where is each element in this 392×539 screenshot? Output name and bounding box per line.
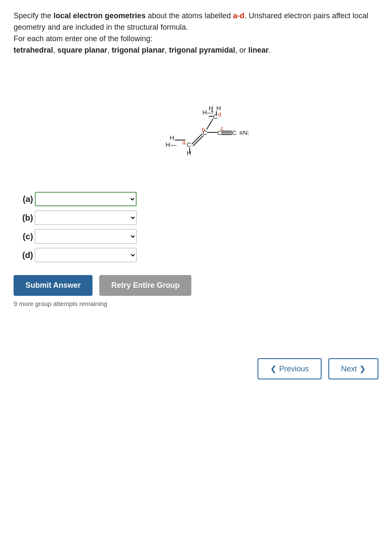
dropdowns-section: (a) tetrahedral square planar trigonal p… <box>14 192 378 262</box>
dropdown-row-d: (d) tetrahedral square planar trigonal p… <box>14 248 378 262</box>
previous-label: Previous <box>279 365 309 373</box>
select-a[interactable]: tetrahedral square planar trigonal plana… <box>35 192 137 206</box>
svg-text:H: H <box>209 104 213 112</box>
label-c: (c) <box>14 232 33 241</box>
svg-text:C: C <box>213 113 218 120</box>
svg-text:C: C <box>187 141 191 148</box>
dropdown-row-b: (b) tetrahedral square planar trigonal p… <box>14 211 378 225</box>
svg-line-7 <box>192 134 202 144</box>
svg-text:H: H <box>170 134 174 141</box>
next-label: Next <box>341 365 357 373</box>
svg-text:≡N:: ≡N: <box>239 129 249 136</box>
next-button[interactable]: Next <box>328 358 378 379</box>
dropdown-row-c: (c) tetrahedral square planar trigonal p… <box>14 229 378 244</box>
svg-text:c: c <box>221 125 224 132</box>
select-c[interactable]: tetrahedral square planar trigonal plana… <box>35 229 137 244</box>
navigation-buttons: Previous Next <box>14 358 378 388</box>
svg-text:H—: H— <box>165 141 176 148</box>
label-a: (a) <box>14 194 33 204</box>
attempts-remaining: 9 more group attempts remaining <box>14 300 378 307</box>
label-b: (b) <box>14 213 33 223</box>
svg-text:H: H <box>216 104 221 112</box>
submit-button[interactable]: Submit Answer <box>14 275 92 296</box>
svg-line-8 <box>193 135 204 146</box>
select-b[interactable]: tetrahedral square planar trigonal plana… <box>35 211 137 225</box>
chevron-right-icon <box>359 364 366 373</box>
svg-text:b: b <box>202 126 205 133</box>
retry-button[interactable]: Retry Entire Group <box>99 275 191 296</box>
svg-text:a: a <box>182 139 186 146</box>
dropdown-row-a: (a) tetrahedral square planar trigonal p… <box>14 192 378 206</box>
buttons-row: Submit Answer Retry Entire Group <box>14 275 378 296</box>
previous-button[interactable]: Previous <box>258 358 322 379</box>
select-d[interactable]: tetrahedral square planar trigonal plana… <box>35 248 137 262</box>
label-d: (d) <box>14 250 33 260</box>
svg-line-19 <box>207 119 213 129</box>
molecule-diagram: H H— C a H C b C c C ≡N: <box>14 65 378 175</box>
question-text: Specify the local electron geometries ab… <box>14 10 378 56</box>
svg-text:d: d <box>218 111 221 118</box>
svg-text:C: C <box>232 129 237 136</box>
svg-text:H: H <box>187 149 191 157</box>
chevron-left-icon <box>270 364 277 373</box>
